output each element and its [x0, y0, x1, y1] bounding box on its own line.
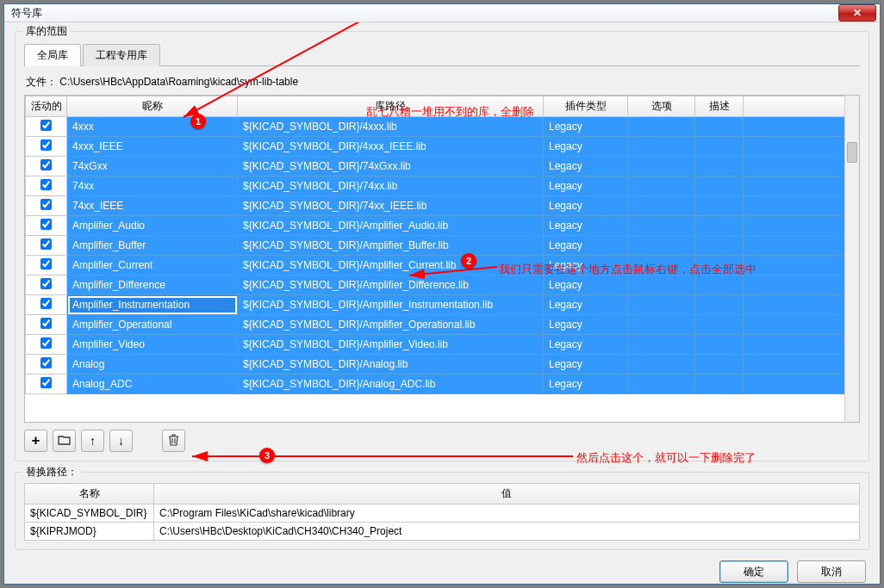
path-cell[interactable]: ${KICAD_SYMBOL_DIR}/74xGxx.lib	[238, 157, 544, 176]
plugin-cell[interactable]: Legacy	[544, 117, 628, 137]
subst-row[interactable]: ${KIPRJMOD}C:\Users\HBc\Desktop\KiCad\CH…	[25, 523, 860, 541]
active-cell[interactable]	[26, 315, 67, 335]
plugin-cell[interactable]: Legacy	[544, 295, 628, 315]
path-cell[interactable]: ${KICAD_SYMBOL_DIR}/74xx.lib	[238, 176, 544, 196]
desc-cell[interactable]	[695, 137, 744, 157]
active-checkbox[interactable]	[40, 120, 52, 131]
table-row[interactable]: Amplifier_Instrumentation${KICAD_SYMBOL_…	[26, 295, 859, 315]
options-cell[interactable]	[628, 295, 695, 315]
subst-name-cell[interactable]: ${KIPRJMOD}	[25, 523, 154, 541]
active-cell[interactable]	[26, 374, 67, 394]
subst-row[interactable]: ${KICAD_SYMBOL_DIR}C:\Program Files\KiCa…	[25, 504, 860, 523]
options-cell[interactable]	[628, 275, 695, 295]
path-cell[interactable]: ${KICAD_SYMBOL_DIR}/4xxx_IEEE.lib	[238, 137, 544, 157]
desc-cell[interactable]	[695, 335, 744, 355]
desc-cell[interactable]	[695, 236, 744, 256]
desc-cell[interactable]	[695, 295, 744, 315]
path-cell[interactable]: ${KICAD_SYMBOL_DIR}/Amplifier_Video.lib	[238, 335, 544, 355]
path-cell[interactable]: ${KICAD_SYMBOL_DIR}/Amplifier_Audio.lib	[238, 216, 544, 236]
options-cell[interactable]	[628, 117, 695, 137]
table-row[interactable]: 74xx${KICAD_SYMBOL_DIR}/74xx.libLegacy	[26, 176, 859, 196]
active-checkbox[interactable]	[40, 258, 52, 269]
desc-cell[interactable]	[695, 315, 744, 335]
plugin-cell[interactable]: Legacy	[544, 196, 628, 216]
window-close-button[interactable]: ✕	[838, 4, 876, 22]
path-cell[interactable]: ${KICAD_SYMBOL_DIR}/Amplifier_Operationa…	[238, 315, 544, 335]
active-checkbox[interactable]	[40, 199, 52, 210]
path-cell[interactable]: ${KICAD_SYMBOL_DIR}/Amplifier_Buffer.lib	[238, 236, 544, 256]
active-cell[interactable]	[26, 196, 67, 216]
plugin-cell[interactable]: Legacy	[544, 315, 628, 335]
move-down-button[interactable]: ↓	[109, 430, 133, 452]
active-cell[interactable]	[26, 216, 67, 236]
active-checkbox[interactable]	[40, 318, 52, 329]
plugin-cell[interactable]: Legacy	[544, 137, 628, 157]
browse-library-button[interactable]	[53, 430, 76, 452]
plugin-cell[interactable]: Legacy	[544, 275, 628, 295]
path-cell[interactable]: ${KICAD_SYMBOL_DIR}/Amplifier_Instrument…	[238, 295, 544, 315]
move-up-button[interactable]: ↑	[81, 430, 104, 452]
cancel-button[interactable]: 取消	[797, 560, 866, 583]
ok-button[interactable]: 确定	[719, 560, 788, 583]
plugin-cell[interactable]: Legacy	[544, 335, 628, 355]
subst-value-cell[interactable]: C:\Users\HBc\Desktop\KiCad\CH340\CH340_P…	[154, 523, 860, 541]
options-cell[interactable]	[628, 196, 695, 216]
nick-cell[interactable]: 74xx	[67, 176, 238, 196]
col-plugin[interactable]: 插件类型	[544, 96, 628, 117]
table-row[interactable]: Amplifier_Difference${KICAD_SYMBOL_DIR}/…	[26, 275, 859, 295]
table-row[interactable]: Amplifier_Video${KICAD_SYMBOL_DIR}/Ampli…	[26, 335, 859, 355]
table-row[interactable]: Analog${KICAD_SYMBOL_DIR}/Analog.libLega…	[26, 355, 859, 374]
vertical-scrollbar[interactable]	[844, 96, 859, 422]
active-cell[interactable]	[26, 176, 67, 196]
tab-global[interactable]: 全局库	[24, 44, 81, 66]
library-table[interactable]: 活动的 昵称 库路径 插件类型 选项 描述 4xxx${KICAD_SYMBOL…	[25, 96, 859, 394]
titlebar[interactable]: 符号库 ✕	[4, 4, 880, 22]
plugin-cell[interactable]: Legacy	[544, 176, 628, 196]
options-cell[interactable]	[628, 176, 695, 196]
desc-cell[interactable]	[695, 216, 744, 236]
plugin-cell[interactable]: Legacy	[544, 374, 628, 394]
tab-project[interactable]: 工程专用库	[83, 44, 160, 66]
options-cell[interactable]	[628, 355, 695, 374]
options-cell[interactable]	[628, 137, 695, 157]
table-row[interactable]: 4xxx_IEEE${KICAD_SYMBOL_DIR}/4xxx_IEEE.l…	[26, 137, 859, 157]
nick-cell[interactable]: Analog_ADC	[67, 374, 238, 394]
options-cell[interactable]	[628, 374, 695, 394]
subst-value-cell[interactable]: C:\Program Files\KiCad\share\kicad\libra…	[154, 504, 860, 523]
nick-cell[interactable]: Amplifier_Buffer	[67, 236, 238, 256]
nick-cell[interactable]: Amplifier_Video	[67, 335, 238, 355]
nick-cell[interactable]: Amplifier_Operational	[67, 315, 238, 335]
add-library-button[interactable]: +	[24, 430, 47, 452]
path-cell[interactable]: ${KICAD_SYMBOL_DIR}/74xx_IEEE.lib	[238, 196, 544, 216]
desc-cell[interactable]	[695, 176, 744, 196]
plugin-cell[interactable]: Legacy	[544, 157, 628, 176]
active-checkbox[interactable]	[40, 139, 52, 151]
col-desc[interactable]: 描述	[695, 96, 744, 117]
active-checkbox[interactable]	[40, 298, 52, 309]
desc-cell[interactable]	[695, 157, 744, 176]
table-row[interactable]: Amplifier_Operational${KICAD_SYMBOL_DIR}…	[26, 315, 859, 335]
plugin-cell[interactable]: Legacy	[544, 216, 628, 236]
active-checkbox[interactable]	[40, 337, 52, 349]
nick-cell[interactable]: Amplifier_Difference	[67, 275, 238, 295]
active-cell[interactable]	[26, 335, 67, 355]
options-cell[interactable]	[628, 236, 695, 256]
table-row[interactable]: Amplifier_Audio${KICAD_SYMBOL_DIR}/Ampli…	[26, 216, 859, 236]
table-row[interactable]: 74xx_IEEE${KICAD_SYMBOL_DIR}/74xx_IEEE.l…	[26, 196, 859, 216]
nick-cell[interactable]: Amplifier_Current	[67, 256, 238, 275]
desc-cell[interactable]	[695, 117, 744, 137]
active-cell[interactable]	[26, 275, 67, 295]
active-cell[interactable]	[26, 256, 67, 275]
active-checkbox[interactable]	[40, 159, 52, 170]
col-active[interactable]: 活动的	[26, 96, 67, 117]
plugin-cell[interactable]: Legacy	[544, 236, 628, 256]
active-checkbox[interactable]	[40, 179, 52, 190]
active-cell[interactable]	[26, 157, 67, 176]
table-row[interactable]: Amplifier_Buffer${KICAD_SYMBOL_DIR}/Ampl…	[26, 236, 859, 256]
path-cell[interactable]: ${KICAD_SYMBOL_DIR}/Amplifier_Difference…	[238, 275, 544, 295]
nick-cell[interactable]: Amplifier_Instrumentation	[67, 295, 238, 315]
options-cell[interactable]	[628, 157, 695, 176]
active-checkbox[interactable]	[40, 357, 52, 368]
desc-cell[interactable]	[695, 355, 744, 374]
delete-library-button[interactable]	[162, 430, 185, 452]
